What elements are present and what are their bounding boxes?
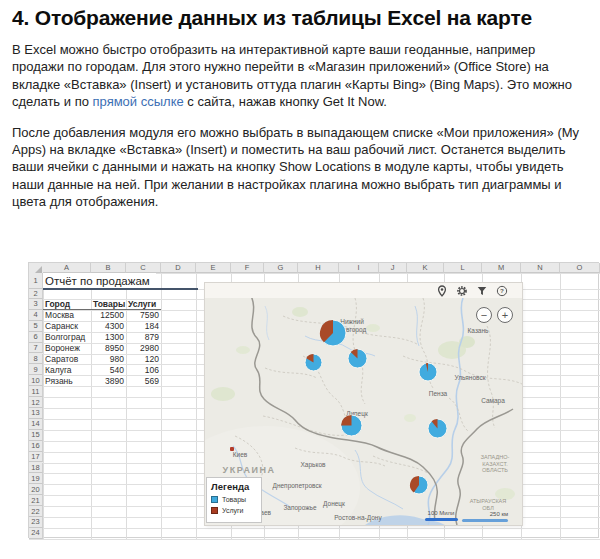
pie-chart-Рязань <box>347 348 368 373</box>
cell-C5[interactable]: 184 <box>126 321 161 332</box>
svg-text:?: ? <box>500 287 504 294</box>
column-header-J[interactable]: J <box>379 263 407 273</box>
column-header-O[interactable]: O <box>560 263 600 273</box>
cell-B6[interactable]: 1300 <box>91 332 126 343</box>
pie-chart-Волгоград <box>409 475 429 499</box>
legend-label: Товары <box>222 496 246 503</box>
article: 4. Отображение данных из таблицы Excel н… <box>12 6 590 224</box>
column-header-N[interactable]: N <box>521 263 560 273</box>
row-header-19[interactable]: 19 <box>29 473 43 484</box>
cell-A7[interactable]: Воронеж <box>43 343 91 354</box>
row-header-13[interactable]: 13 <box>29 408 43 419</box>
row-header-20[interactable]: 20 <box>29 484 43 495</box>
filter-icon[interactable] <box>476 285 488 297</box>
legend-swatch <box>211 496 218 503</box>
legend-title: Легенда <box>211 481 257 492</box>
row-header-16[interactable]: 16 <box>29 441 43 452</box>
column-header-M[interactable]: M <box>482 263 521 273</box>
column-header-I[interactable]: I <box>339 263 379 273</box>
cell-B4[interactable]: 12500 <box>91 310 126 321</box>
row-header-4[interactable]: 4 <box>29 310 43 321</box>
location-pin-icon[interactable] <box>436 285 448 297</box>
column-header-L[interactable]: L <box>444 263 482 273</box>
cell-B7[interactable]: 8950 <box>91 343 126 354</box>
pie-chart-Саранск <box>418 362 438 386</box>
cell-C8[interactable]: 120 <box>126 354 161 365</box>
column-header-C[interactable]: C <box>126 263 161 273</box>
gear-icon[interactable] <box>456 285 468 297</box>
cell-B5[interactable]: 4300 <box>91 321 126 332</box>
row-header-1[interactable]: 1 <box>29 273 43 289</box>
column-header-E[interactable]: E <box>196 263 231 273</box>
legend-item: Товары <box>211 496 257 503</box>
column-header-D[interactable]: D <box>161 263 196 273</box>
p1-text-post: с сайта, нажав кнопку Get It Now. <box>184 94 387 109</box>
pie-chart-Воронеж <box>340 414 363 441</box>
legend-items: ТоварыУслуги <box>211 496 257 514</box>
legend-swatch <box>211 507 218 514</box>
cell-A4[interactable]: Москва <box>43 310 91 321</box>
row-header-14[interactable]: 14 <box>29 419 43 430</box>
row-header-24[interactable]: 24 <box>29 528 43 539</box>
page-title: 4. Отображение данных из таблицы Excel н… <box>12 6 590 30</box>
cell-C4[interactable]: 7590 <box>126 310 161 321</box>
column-header-F[interactable]: F <box>231 263 264 273</box>
column-header-A[interactable]: A <box>43 263 91 273</box>
pie-chart-Москва <box>319 319 347 351</box>
column-header-H[interactable]: H <box>298 263 339 273</box>
map-zoom-controls: − + <box>476 307 513 323</box>
scale-km-label: 250 км <box>490 511 508 517</box>
cell-C10[interactable]: 569 <box>126 375 161 386</box>
select-all-corner[interactable] <box>35 266 42 273</box>
cell-A5[interactable]: Саранск <box>43 321 91 332</box>
cell-B10[interactable]: 3890 <box>91 375 126 386</box>
help-icon[interactable]: ? <box>496 285 508 297</box>
column-header-G[interactable]: G <box>264 263 298 273</box>
row-header-22[interactable]: 22 <box>29 506 43 517</box>
row-header-23[interactable]: 23 <box>29 517 43 528</box>
paragraph-1: В Excel можно быстро отобразить на интер… <box>12 41 590 111</box>
pie-chart-Саратов <box>427 418 448 443</box>
paragraph-2: После добавления модуля его можно выбрат… <box>12 124 590 211</box>
cell-B8[interactable]: 980 <box>91 354 126 365</box>
row-header-6[interactable]: 6 <box>29 332 43 343</box>
cell-C9[interactable]: 106 <box>126 364 161 375</box>
legend-item: Услуги <box>211 507 257 514</box>
scale-km-bar <box>462 519 508 522</box>
row-header-3[interactable]: 3 <box>29 299 43 310</box>
pie-chart-Калуга <box>304 353 323 376</box>
row-header-11[interactable]: 11 <box>29 386 43 397</box>
row-header-21[interactable]: 21 <box>29 495 43 506</box>
row-header-8[interactable]: 8 <box>29 354 43 365</box>
bing-maps-addin: ? <box>205 283 522 525</box>
row-header-15[interactable]: 15 <box>29 430 43 441</box>
zoom-in-button[interactable]: + <box>497 307 513 323</box>
row-header-2[interactable]: 2 <box>29 289 43 299</box>
scale-miles-bar <box>425 518 458 521</box>
column-header-B[interactable]: B <box>91 263 126 273</box>
cell-A10[interactable]: Рязань <box>43 375 91 386</box>
cell-C7[interactable]: 2980 <box>126 343 161 354</box>
map-legend: Легенда ТоварыУслуги <box>206 477 262 523</box>
cell-A8[interactable]: Саратов <box>43 354 91 365</box>
excel-screenshot: ABCDEFGHIJKLMNO1234567891011121314151617… <box>0 255 600 559</box>
row-header-9[interactable]: 9 <box>29 364 43 375</box>
map-area[interactable]: Нижний НовгородКазаньУльяновскПензаСамар… <box>205 298 522 525</box>
row-header-12[interactable]: 12 <box>29 397 43 408</box>
row-header-10[interactable]: 10 <box>29 375 43 386</box>
direct-link[interactable]: прямой ссылке <box>93 94 184 109</box>
zoom-out-button[interactable]: − <box>476 307 492 323</box>
scale-miles-label: 100 Мили <box>428 510 455 516</box>
row-header-18[interactable]: 18 <box>29 463 43 474</box>
cell-A1[interactable]: Отчёт по продажам <box>43 273 156 289</box>
row-header-7[interactable]: 7 <box>29 343 43 354</box>
cell-C6[interactable]: 879 <box>126 332 161 343</box>
row-header-17[interactable]: 17 <box>29 452 43 463</box>
cell-A6[interactable]: Волгоград <box>43 332 91 343</box>
cell-B9[interactable]: 540 <box>91 364 126 375</box>
cell-A9[interactable]: Калуга <box>43 364 91 375</box>
map-toolbar: ? <box>205 283 522 298</box>
column-header-K[interactable]: K <box>407 263 444 273</box>
legend-label: Услуги <box>222 507 244 514</box>
row-header-5[interactable]: 5 <box>29 321 43 332</box>
